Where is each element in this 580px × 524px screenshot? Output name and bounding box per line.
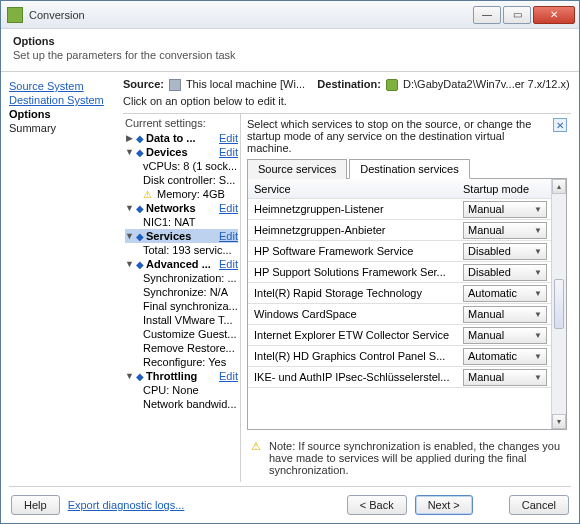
col-service[interactable]: Service <box>248 181 457 197</box>
startup-mode-select[interactable]: Manual▼ <box>463 222 547 239</box>
chevron-down-icon: ▼ <box>534 352 542 361</box>
startup-mode-select[interactable]: Automatic▼ <box>463 348 547 365</box>
service-name: Intel(R) HD Graphics Control Panel S... <box>248 348 457 364</box>
tree-adv-2: Synchronize: N/A <box>125 285 238 299</box>
source-dest-line: Source: This local machine [Wi... Destin… <box>123 78 571 91</box>
startup-mode-value: Manual <box>468 203 504 215</box>
content-row: Current settings: ▶◆Data to ...Edit ▼◆De… <box>123 113 571 482</box>
window-title: Conversion <box>29 9 471 21</box>
table-row[interactable]: Windows CardSpaceManual▼ <box>248 304 551 325</box>
tree-services[interactable]: ▼◆ServicesEdit <box>125 229 238 243</box>
table-row[interactable]: IKE- und AuthIP IPsec-Schlüsselerstel...… <box>248 367 551 388</box>
maximize-button[interactable]: ▭ <box>503 6 531 24</box>
cancel-button[interactable]: Cancel <box>509 495 569 515</box>
edit-networks[interactable]: Edit <box>219 202 238 214</box>
step-nav: Source System Destination System Options… <box>9 78 119 482</box>
edit-devices[interactable]: Edit <box>219 146 238 158</box>
startup-mode-cell: Manual▼ <box>457 220 551 241</box>
startup-mode-cell: Automatic▼ <box>457 346 551 367</box>
startup-mode-select[interactable]: Disabled▼ <box>463 243 547 260</box>
tab-destination-services[interactable]: Destination services <box>349 159 469 179</box>
page-header: Options Set up the parameters for the co… <box>1 29 579 72</box>
tree-devices-vcpus: vCPUs: 8 (1 sock... <box>125 159 238 173</box>
panel-close-icon[interactable]: ✕ <box>553 118 567 132</box>
services-panel: Select which services to stop on the sou… <box>241 114 571 482</box>
nav-source-system[interactable]: Source System <box>9 80 119 92</box>
back-button[interactable]: < Back <box>347 495 407 515</box>
startup-mode-select[interactable]: Manual▼ <box>463 327 547 344</box>
source-label: Source: <box>123 78 164 90</box>
edit-throttling[interactable]: Edit <box>219 370 238 382</box>
tree-data[interactable]: ▶◆Data to ...Edit <box>125 131 238 145</box>
tree-header: Current settings: <box>125 117 238 129</box>
tree-services-total: Total: 193 servic... <box>125 243 238 257</box>
chevron-down-icon: ▼ <box>534 289 542 298</box>
tree-adv-7: Reconfigure: Yes <box>125 355 238 369</box>
service-name: HP Software Framework Service <box>248 243 457 259</box>
tree-networks[interactable]: ▼◆NetworksEdit <box>125 201 238 215</box>
table-row[interactable]: Internet Explorer ETW Collector ServiceM… <box>248 325 551 346</box>
service-name: Intel(R) Rapid Storage Technology <box>248 285 457 301</box>
startup-mode-value: Disabled <box>468 245 511 257</box>
tab-source-services[interactable]: Source services <box>247 159 347 179</box>
source-value: This local machine [Wi... <box>186 78 305 90</box>
startup-mode-select[interactable]: Manual▼ <box>463 306 547 323</box>
startup-mode-cell: Manual▼ <box>457 304 551 325</box>
tree-thr-2: Network bandwid... <box>125 397 238 411</box>
service-name: HP Support Solutions Framework Ser... <box>248 264 457 280</box>
table-row[interactable]: HP Software Framework ServiceDisabled▼ <box>248 241 551 262</box>
startup-mode-value: Automatic <box>468 287 517 299</box>
chevron-down-icon: ▼ <box>534 331 542 340</box>
next-button[interactable]: Next > <box>415 495 473 515</box>
page-title: Options <box>13 35 567 47</box>
tree-throttling[interactable]: ▼◆ThrottlingEdit <box>125 369 238 383</box>
tree-devices-disk: Disk controller: S... <box>125 173 238 187</box>
table-scrollbar[interactable]: ▴ ▾ <box>551 179 566 429</box>
tree-adv-6: Remove Restore... <box>125 341 238 355</box>
scroll-down-icon[interactable]: ▾ <box>552 414 566 429</box>
startup-mode-select[interactable]: Manual▼ <box>463 201 547 218</box>
edit-hint: Click on an option below to edit it. <box>123 95 571 107</box>
tree-adv-3: Final synchroniza... <box>125 299 238 313</box>
close-button[interactable]: ✕ <box>533 6 575 24</box>
export-logs-link[interactable]: Export diagnostic logs... <box>68 499 185 511</box>
main: Source: This local machine [Wi... Destin… <box>123 78 571 482</box>
chevron-down-icon: ▼ <box>534 247 542 256</box>
scroll-thumb[interactable] <box>554 279 564 329</box>
col-mode[interactable]: Startup mode <box>457 181 551 197</box>
source-icon <box>169 79 181 91</box>
service-name: Heimnetzgruppen-Anbieter <box>248 222 457 238</box>
minimize-button[interactable]: — <box>473 6 501 24</box>
table-row[interactable]: HP Support Solutions Framework Ser...Dis… <box>248 262 551 283</box>
services-table: Service Startup mode Heimnetzgruppen-Lis… <box>248 179 551 429</box>
chevron-down-icon: ▼ <box>534 205 542 214</box>
dest-value: D:\GabyData2\Win7v...er 7.x/12.x) <box>403 78 570 90</box>
window-controls: — ▭ ✕ <box>471 6 575 24</box>
chevron-down-icon: ▼ <box>534 310 542 319</box>
table-row[interactable]: Heimnetzgruppen-AnbieterManual▼ <box>248 220 551 241</box>
startup-mode-cell: Disabled▼ <box>457 241 551 262</box>
edit-data[interactable]: Edit <box>219 132 238 144</box>
tree-devices[interactable]: ▼◆DevicesEdit <box>125 145 238 159</box>
nav-destination-system[interactable]: Destination System <box>9 94 119 106</box>
tree-advanced[interactable]: ▼◆Advanced ...Edit <box>125 257 238 271</box>
tree-thr-1: CPU: None <box>125 383 238 397</box>
window: Conversion — ▭ ✕ Options Set up the para… <box>0 0 580 524</box>
startup-mode-cell: Automatic▼ <box>457 283 551 304</box>
chevron-down-icon: ▼ <box>534 373 542 382</box>
startup-mode-select[interactable]: Manual▼ <box>463 369 547 386</box>
table-row[interactable]: Heimnetzgruppen-ListenerManual▼ <box>248 199 551 220</box>
table-row[interactable]: Intel(R) HD Graphics Control Panel S...A… <box>248 346 551 367</box>
startup-mode-select[interactable]: Disabled▼ <box>463 264 547 281</box>
edit-advanced[interactable]: Edit <box>219 258 238 270</box>
help-button[interactable]: Help <box>11 495 60 515</box>
tree-devices-memory: Memory: 4GB <box>125 187 238 201</box>
edit-services[interactable]: Edit <box>219 230 238 242</box>
services-table-wrap: Service Startup mode Heimnetzgruppen-Lis… <box>247 179 567 430</box>
app-icon <box>7 7 23 23</box>
table-row[interactable]: Intel(R) Rapid Storage TechnologyAutomat… <box>248 283 551 304</box>
startup-mode-select[interactable]: Automatic▼ <box>463 285 547 302</box>
tree-adv-1: Synchronization: ... <box>125 271 238 285</box>
scroll-up-icon[interactable]: ▴ <box>552 179 566 194</box>
startup-mode-cell: Disabled▼ <box>457 262 551 283</box>
